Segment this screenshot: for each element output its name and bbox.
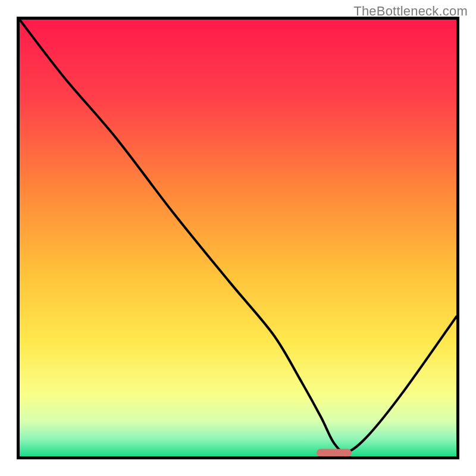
svg-rect-1 [317,449,352,456]
plot-area [20,20,456,456]
optimal-marker [20,20,456,456]
plot-frame [17,17,459,459]
chart-stage: TheBottleneck.com [0,0,476,476]
